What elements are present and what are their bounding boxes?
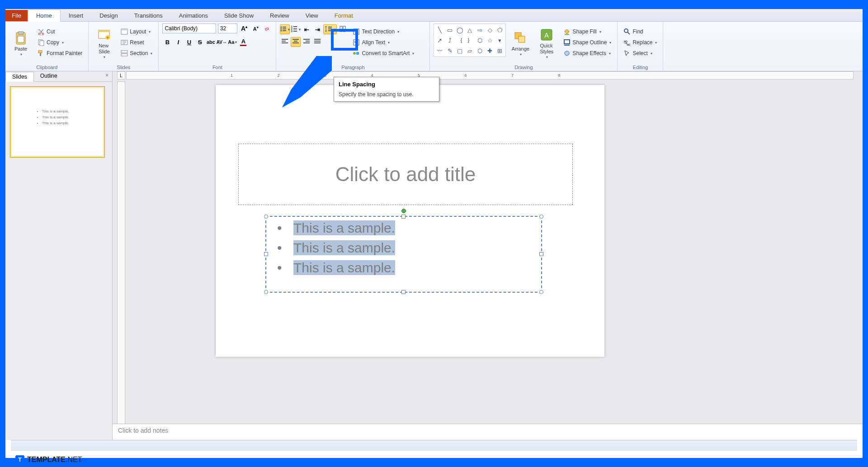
tab-home[interactable]: Home bbox=[28, 9, 61, 22]
content-placeholder[interactable]: This is a sample. This is a sample. This… bbox=[265, 216, 542, 293]
clear-formatting-button[interactable] bbox=[263, 23, 273, 33]
bullet-item[interactable]: This is a sample. bbox=[293, 260, 528, 276]
group-drawing: ╲▭◯△⇨◇⬠ ↗⤴｛｝⬡☆▾ 〰✎▢▱⬡✚⊞ Arrange▾ A Quick… bbox=[430, 22, 618, 71]
columns-button[interactable] bbox=[338, 24, 348, 34]
tab-format[interactable]: Format bbox=[326, 10, 361, 21]
bullets-button[interactable]: ▾ bbox=[280, 24, 290, 34]
rotate-handle[interactable] bbox=[401, 209, 406, 213]
cut-button[interactable]: Cut bbox=[35, 27, 85, 37]
resize-handle-e[interactable] bbox=[539, 252, 543, 256]
svg-point-23 bbox=[281, 30, 282, 31]
outdent-icon: ⇤ bbox=[304, 26, 309, 33]
convert-smartart-button[interactable]: Convert to SmartArt▾ bbox=[350, 48, 416, 58]
replace-button[interactable]: abacReplace▾ bbox=[621, 37, 659, 47]
left-tab-outline[interactable]: Outline bbox=[34, 71, 64, 81]
arrange-label: Arrange bbox=[512, 46, 529, 51]
slide-canvas[interactable]: Click to add title This is a sample. Thi… bbox=[216, 85, 604, 357]
svg-rect-2 bbox=[18, 36, 24, 42]
bold-button[interactable]: B bbox=[162, 37, 172, 47]
line-spacing-button[interactable]: ▾ bbox=[323, 24, 337, 34]
paste-button[interactable]: Paste ▾ bbox=[9, 23, 33, 61]
tab-review[interactable]: Review bbox=[262, 10, 297, 21]
resize-handle-n[interactable] bbox=[401, 215, 406, 219]
decrease-indent-button[interactable]: ⇤ bbox=[302, 24, 311, 34]
svg-rect-37 bbox=[282, 41, 286, 42]
close-pane-button[interactable]: × bbox=[102, 71, 112, 81]
clipboard-group-label: Clipboard bbox=[9, 64, 85, 70]
shapes-gallery[interactable]: ╲▭◯△⇨◇⬠ ↗⤴｛｝⬡☆▾ 〰✎▢▱⬡✚⊞ bbox=[434, 23, 506, 57]
align-text-button[interactable]: Align Text▾ bbox=[350, 37, 416, 47]
shape-fill-button[interactable]: Shape Fill▾ bbox=[561, 27, 613, 37]
group-editing: Find abacReplace▾ Select▾ Editing bbox=[618, 22, 663, 71]
tab-slideshow[interactable]: Slide Show bbox=[216, 10, 262, 21]
resize-handle-s[interactable] bbox=[401, 290, 406, 294]
bullet-text: This is a sample. bbox=[293, 260, 395, 275]
new-slide-button[interactable]: ✦ New Slide ▾ bbox=[92, 23, 116, 61]
resize-handle-w[interactable] bbox=[264, 252, 268, 256]
shape-effects-label: Shape Effects bbox=[572, 50, 606, 56]
tab-transitions[interactable]: Transitions bbox=[126, 10, 171, 21]
svg-rect-35 bbox=[343, 26, 345, 32]
left-tab-slides[interactable]: Slides bbox=[5, 72, 34, 82]
tab-file[interactable]: File bbox=[5, 10, 28, 21]
arrange-button[interactable]: Arrange▾ bbox=[509, 23, 532, 61]
copy-button[interactable]: Copy ▾ bbox=[35, 37, 85, 47]
shrink-font-button[interactable]: A▾ bbox=[251, 23, 261, 33]
watermark: T TEMPLATE.NET bbox=[15, 455, 82, 464]
grow-font-button[interactable]: A▴ bbox=[239, 23, 249, 33]
bullet-item[interactable]: This is a sample. bbox=[293, 220, 528, 236]
shape-outline-button[interactable]: Shape Outline▾ bbox=[561, 37, 613, 47]
quick-styles-button[interactable]: A Quick Styles▾ bbox=[535, 23, 558, 61]
font-family-combo[interactable] bbox=[162, 23, 216, 33]
tab-view[interactable]: View bbox=[297, 10, 326, 21]
tab-animations[interactable]: Animations bbox=[171, 10, 216, 21]
char-spacing-button[interactable]: AV↔ bbox=[217, 37, 226, 47]
tab-design[interactable]: Design bbox=[91, 10, 126, 21]
align-right-button[interactable] bbox=[302, 37, 311, 47]
shadow-button[interactable]: abc bbox=[206, 37, 216, 47]
shape-free-icon: ✎ bbox=[445, 46, 455, 56]
italic-button[interactable]: I bbox=[173, 37, 183, 47]
layout-button[interactable]: Layout▾ bbox=[118, 27, 155, 37]
section-button[interactable]: Section▾ bbox=[118, 48, 155, 58]
shape-roundrect-icon: ▢ bbox=[455, 46, 465, 56]
font-size-combo[interactable] bbox=[218, 23, 238, 33]
underline-button[interactable]: U bbox=[184, 37, 194, 47]
grow-font-icon: A▴ bbox=[241, 25, 247, 32]
notes-pane[interactable]: Click to add notes bbox=[113, 424, 863, 440]
reset-button[interactable]: Reset bbox=[118, 37, 155, 47]
font-size-input[interactable] bbox=[220, 25, 236, 32]
font-family-input[interactable] bbox=[165, 25, 213, 32]
ribbon-tab-row: File Home Insert Design Transitions Anim… bbox=[5, 9, 863, 22]
arrange-icon bbox=[513, 31, 528, 45]
svg-rect-46 bbox=[314, 41, 321, 42]
resize-handle-nw[interactable] bbox=[264, 215, 268, 219]
resize-handle-se[interactable] bbox=[539, 290, 543, 294]
slide-thumbnail-1[interactable]: This is a sample. This is a sample. This… bbox=[10, 86, 105, 158]
text-direction-button[interactable]: AText Direction▾ bbox=[350, 27, 416, 37]
find-button[interactable]: Find bbox=[621, 27, 659, 37]
cut-label: Cut bbox=[47, 28, 55, 35]
resize-handle-ne[interactable] bbox=[539, 215, 543, 219]
select-button[interactable]: Select▾ bbox=[621, 48, 659, 58]
align-center-button[interactable] bbox=[291, 37, 301, 47]
svg-rect-45 bbox=[314, 39, 321, 40]
status-bar bbox=[11, 440, 857, 451]
resize-handle-sw[interactable] bbox=[264, 290, 268, 294]
numbering-button[interactable]: 123▾ bbox=[291, 24, 301, 34]
format-painter-button[interactable]: Format Painter bbox=[35, 48, 85, 58]
svg-rect-59 bbox=[564, 40, 570, 44]
justify-button[interactable] bbox=[312, 37, 322, 47]
tab-insert[interactable]: Insert bbox=[61, 10, 92, 21]
increase-indent-button[interactable]: ⇥ bbox=[312, 24, 322, 34]
font-color-button[interactable]: A bbox=[238, 37, 248, 47]
title-placeholder[interactable]: Click to add title bbox=[238, 144, 573, 205]
bullet-item[interactable]: This is a sample. bbox=[293, 240, 528, 256]
strike-button[interactable]: S bbox=[195, 37, 205, 47]
char-spacing-icon: AV↔ bbox=[217, 40, 227, 45]
change-case-button[interactable]: Aa▾ bbox=[227, 37, 237, 47]
align-left-button[interactable] bbox=[280, 37, 290, 47]
shape-effects-button[interactable]: Shape Effects▾ bbox=[561, 48, 613, 58]
align-left-icon bbox=[282, 38, 288, 46]
slide-edit-area[interactable]: L 1 2 3 4 5 6 7 8 Click to add title Thi… bbox=[113, 71, 863, 440]
